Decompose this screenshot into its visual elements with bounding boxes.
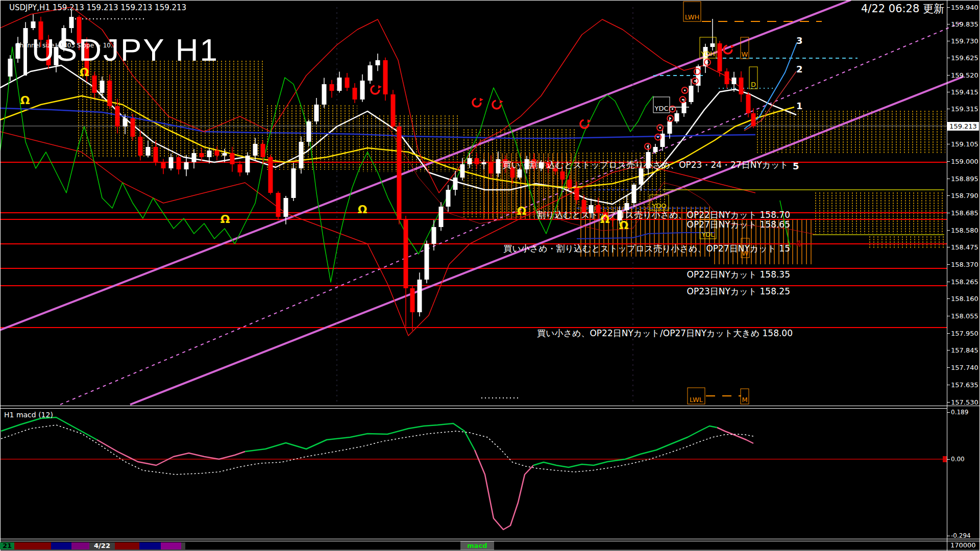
price-axis-tick: [947, 75, 950, 76]
price-axis-label: 158.160: [951, 295, 978, 303]
price-axis-tick: [947, 367, 950, 368]
current-price-badge: 159.213: [947, 122, 979, 131]
timeline-bar-segment-4: [71, 542, 89, 549]
macd-toggle-button[interactable]: macd ON!: [460, 541, 494, 550]
price-axis-tick: [947, 24, 950, 24]
macd-indicator-label: H1 macd (12): [4, 411, 53, 419]
price-axis-tick: [947, 230, 950, 231]
refresh-timestamp-button[interactable]: 4/22 06:28 更新: [861, 2, 944, 16]
price-axis-tick: [947, 161, 950, 162]
price-axis-label: 159.835: [951, 20, 978, 28]
price-axis-tick: [947, 264, 950, 265]
macd-axis-tick: [947, 536, 950, 536]
price-axis-label: 157.530: [951, 398, 978, 406]
timeline-bar-segment-9: [181, 542, 185, 549]
label-layer: 159.940159.835159.730159.625159.520159.4…: [0, 0, 980, 551]
op-annotation-text-7: 買い小さめ、OP22日NYカット/OP27日NYカット大きめ 158.00: [537, 328, 793, 339]
op-annotation-text-6: OP23日NYカット 158.25: [687, 286, 790, 297]
price-axis-tick: [947, 195, 950, 196]
price-axis-label: 159.415: [951, 88, 978, 96]
macd-axis-label: 0.189: [951, 409, 968, 416]
frame-line-4: [0, 539, 980, 539]
price-axis-label: 157.635: [951, 381, 978, 389]
price-axis-label: 158.580: [951, 227, 978, 234]
bottom-right-value: 170000: [950, 541, 976, 549]
frame-line-7: [0, 0, 1, 551]
price-axis-label: 159.000: [951, 158, 978, 165]
frame-line-3: [0, 408, 947, 409]
trading-app-window: ΩΩΩΩΩΩΩLWHYDHWDYDCYDOYDLWLWLM32154 159.9…: [0, 0, 980, 551]
price-axis-tick: [947, 109, 950, 109]
frame-line-6: [0, 550, 980, 550]
price-axis-label: 159.940: [951, 4, 978, 11]
frame-line-1: [0, 0, 980, 1]
price-axis-tick: [947, 333, 950, 334]
price-axis-tick: [947, 179, 950, 179]
price-axis-tick: [947, 385, 950, 385]
macd-axis-label: -0.294: [951, 532, 971, 539]
timeline-bar-segment-8: [161, 542, 181, 549]
macd-axis-label: 0.00: [951, 456, 965, 463]
price-axis-label: 158.790: [951, 192, 978, 199]
timeline-bar-segment-7: [139, 542, 161, 549]
macd-axis-tick: [947, 459, 950, 460]
price-axis-tick: [947, 316, 950, 316]
timeline-bar-segment-6: [115, 542, 139, 549]
timeline-bar-segment-1: 21: [0, 542, 14, 549]
op-annotation-text-3: OP27日NYカット 158.65: [687, 219, 790, 231]
timeline-bar-label: 4/22: [89, 542, 115, 549]
price-axis-tick: [947, 298, 950, 299]
price-axis-label: 159.315: [951, 105, 978, 113]
price-axis-label: 158.895: [951, 175, 978, 183]
price-axis-tick: [947, 92, 950, 92]
price-axis-tick: [947, 58, 950, 58]
price-axis-label: 159.520: [951, 71, 978, 79]
symbol-title: USDJPY,H1 159.213 159.213 159.213 159.21…: [9, 3, 186, 12]
op-annotation-text-1: 買い・割り込むとストップロス売り小さめ、OP23・24・27日NYカット: [503, 159, 789, 171]
timeline-bar-segment-5: 4/22: [89, 542, 115, 549]
price-axis-label: 158.475: [951, 243, 978, 251]
op-annotation-text-5: OP22日NYカット 158.35: [687, 269, 790, 281]
price-axis-label: 158.370: [951, 261, 978, 268]
price-axis-tick: [947, 350, 950, 350]
price-axis-label: 158.265: [951, 278, 978, 286]
timeline-bar-label: 21: [0, 542, 14, 549]
price-axis-tick: [947, 41, 950, 41]
macd-axis-tick: [947, 412, 950, 413]
price-axis-tick: [947, 144, 950, 144]
price-axis-label: 159.105: [951, 140, 978, 148]
price-axis-label: 159.625: [951, 54, 978, 62]
price-axis-label: 159.730: [951, 37, 978, 45]
timeline-bar-segment-3: [51, 542, 71, 549]
price-axis-tick: [947, 213, 950, 213]
frame-line-2: [0, 406, 980, 406]
watermark-bar: [23, 30, 27, 76]
watermark-symbol-text: USDJPY H1: [32, 32, 219, 68]
price-axis-label: 157.845: [951, 346, 978, 354]
price-axis-tick: [947, 282, 950, 282]
price-axis-label: 158.055: [951, 312, 978, 320]
op-annotation-text-4: 買い小さめ・割り込むとストップロス売り小さめ、OP27日NYカット 15: [503, 243, 790, 255]
price-axis-label: 158.685: [951, 209, 978, 217]
price-axis-tick: [947, 402, 950, 403]
price-axis-tick: [947, 247, 950, 247]
frame-line-9: [947, 0, 947, 551]
channel-info-text: Channel size = 303 Slope = 10.1: [15, 42, 116, 49]
price-axis-tick: [947, 7, 950, 8]
price-axis-label: 157.740: [951, 364, 978, 371]
timeline-bar-segment-2: [14, 542, 51, 549]
price-axis-label: 157.950: [951, 330, 978, 337]
